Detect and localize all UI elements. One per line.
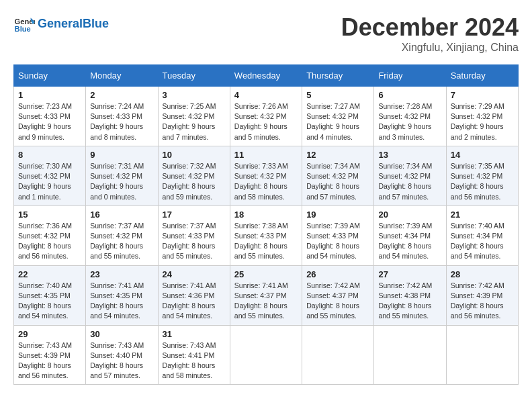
calendar-week-row: 8Sunrise: 7:30 AMSunset: 4:32 PMDaylight… bbox=[14, 146, 519, 205]
day-info: Sunrise: 7:27 AMSunset: 4:32 PMDaylight:… bbox=[306, 101, 369, 142]
calendar-cell: 13Sunrise: 7:34 AMSunset: 4:32 PMDayligh… bbox=[374, 146, 446, 205]
logo-blue: Blue bbox=[83, 17, 109, 30]
day-info: Sunrise: 7:37 AMSunset: 4:33 PMDaylight:… bbox=[163, 221, 226, 262]
day-number: 11 bbox=[234, 150, 298, 160]
weekday-header-wednesday: Wednesday bbox=[230, 65, 302, 87]
calendar-cell: 3Sunrise: 7:25 AMSunset: 4:32 PMDaylight… bbox=[158, 87, 230, 146]
day-info: Sunrise: 7:30 AMSunset: 4:32 PMDaylight:… bbox=[18, 161, 81, 202]
day-info: Sunrise: 7:33 AMSunset: 4:32 PMDaylight:… bbox=[234, 161, 298, 202]
calendar-week-row: 22Sunrise: 7:40 AMSunset: 4:35 PMDayligh… bbox=[14, 265, 519, 325]
day-number: 8 bbox=[18, 150, 81, 160]
calendar-cell: 2Sunrise: 7:24 AMSunset: 4:33 PMDaylight… bbox=[86, 87, 158, 146]
day-info: Sunrise: 7:29 AMSunset: 4:32 PMDaylight:… bbox=[451, 101, 514, 142]
day-number: 9 bbox=[90, 150, 153, 160]
calendar-cell: 28Sunrise: 7:42 AMSunset: 4:39 PMDayligh… bbox=[446, 265, 518, 325]
title-section: December 2024 Xingfulu, Xinjiang, China bbox=[341, 13, 519, 54]
calendar-cell bbox=[230, 325, 302, 385]
calendar-cell: 10Sunrise: 7:32 AMSunset: 4:32 PMDayligh… bbox=[158, 146, 230, 205]
calendar-cell: 26Sunrise: 7:42 AMSunset: 4:37 PMDayligh… bbox=[302, 265, 374, 325]
calendar-cell: 6Sunrise: 7:28 AMSunset: 4:32 PMDaylight… bbox=[374, 87, 446, 146]
calendar-cell: 18Sunrise: 7:38 AMSunset: 4:33 PMDayligh… bbox=[230, 205, 302, 265]
location: Xingfulu, Xinjiang, China bbox=[341, 42, 519, 54]
calendar-cell: 29Sunrise: 7:43 AMSunset: 4:39 PMDayligh… bbox=[14, 325, 86, 385]
day-number: 18 bbox=[234, 210, 298, 220]
calendar-cell bbox=[374, 325, 446, 385]
calendar-cell bbox=[302, 325, 374, 385]
calendar-cell: 21Sunrise: 7:40 AMSunset: 4:34 PMDayligh… bbox=[446, 205, 518, 265]
calendar-cell: 1Sunrise: 7:23 AMSunset: 4:33 PMDaylight… bbox=[14, 87, 86, 146]
day-info: Sunrise: 7:40 AMSunset: 4:34 PMDaylight:… bbox=[451, 221, 514, 262]
calendar-cell: 4Sunrise: 7:26 AMSunset: 4:32 PMDaylight… bbox=[230, 87, 302, 146]
day-number: 15 bbox=[18, 210, 81, 220]
day-info: Sunrise: 7:36 AMSunset: 4:32 PMDaylight:… bbox=[18, 221, 81, 262]
day-number: 3 bbox=[163, 90, 226, 100]
calendar-cell: 11Sunrise: 7:33 AMSunset: 4:32 PMDayligh… bbox=[230, 146, 302, 205]
day-number: 28 bbox=[451, 269, 514, 279]
day-info: Sunrise: 7:40 AMSunset: 4:35 PMDaylight:… bbox=[18, 281, 81, 322]
day-info: Sunrise: 7:43 AMSunset: 4:40 PMDaylight:… bbox=[90, 340, 153, 381]
day-number: 1 bbox=[18, 90, 81, 100]
day-info: Sunrise: 7:41 AMSunset: 4:36 PMDaylight:… bbox=[163, 281, 226, 322]
day-info: Sunrise: 7:43 AMSunset: 4:41 PMDaylight:… bbox=[163, 340, 226, 381]
day-number: 19 bbox=[306, 210, 369, 220]
weekday-header-tuesday: Tuesday bbox=[158, 65, 230, 87]
day-number: 2 bbox=[90, 90, 153, 100]
day-number: 13 bbox=[378, 150, 441, 160]
calendar-week-row: 29Sunrise: 7:43 AMSunset: 4:39 PMDayligh… bbox=[14, 325, 519, 385]
day-number: 23 bbox=[90, 269, 153, 279]
calendar-cell: 14Sunrise: 7:35 AMSunset: 4:32 PMDayligh… bbox=[446, 146, 518, 205]
logo-text: GeneralBlue bbox=[38, 17, 109, 31]
weekday-header-monday: Monday bbox=[86, 65, 158, 87]
day-number: 5 bbox=[306, 90, 369, 100]
day-info: Sunrise: 7:25 AMSunset: 4:32 PMDaylight:… bbox=[163, 101, 226, 142]
calendar-week-row: 15Sunrise: 7:36 AMSunset: 4:32 PMDayligh… bbox=[14, 205, 519, 265]
calendar-cell: 25Sunrise: 7:41 AMSunset: 4:37 PMDayligh… bbox=[230, 265, 302, 325]
day-number: 24 bbox=[163, 269, 226, 279]
day-info: Sunrise: 7:32 AMSunset: 4:32 PMDaylight:… bbox=[163, 161, 226, 202]
day-info: Sunrise: 7:42 AMSunset: 4:37 PMDaylight:… bbox=[306, 281, 369, 322]
day-info: Sunrise: 7:41 AMSunset: 4:37 PMDaylight:… bbox=[234, 281, 298, 322]
calendar-cell: 12Sunrise: 7:34 AMSunset: 4:32 PMDayligh… bbox=[302, 146, 374, 205]
calendar-cell: 20Sunrise: 7:39 AMSunset: 4:34 PMDayligh… bbox=[374, 205, 446, 265]
day-number: 25 bbox=[234, 269, 298, 279]
day-number: 31 bbox=[163, 329, 226, 339]
calendar-cell: 27Sunrise: 7:42 AMSunset: 4:38 PMDayligh… bbox=[374, 265, 446, 325]
day-number: 7 bbox=[451, 90, 514, 100]
day-info: Sunrise: 7:28 AMSunset: 4:32 PMDaylight:… bbox=[378, 101, 441, 142]
calendar-cell: 8Sunrise: 7:30 AMSunset: 4:32 PMDaylight… bbox=[14, 146, 86, 205]
calendar-cell: 7Sunrise: 7:29 AMSunset: 4:32 PMDaylight… bbox=[446, 87, 518, 146]
day-info: Sunrise: 7:42 AMSunset: 4:39 PMDaylight:… bbox=[451, 281, 514, 322]
svg-text:Blue: Blue bbox=[15, 25, 31, 33]
calendar-cell: 19Sunrise: 7:39 AMSunset: 4:33 PMDayligh… bbox=[302, 205, 374, 265]
calendar-cell: 31Sunrise: 7:43 AMSunset: 4:41 PMDayligh… bbox=[158, 325, 230, 385]
day-number: 12 bbox=[306, 150, 369, 160]
day-number: 14 bbox=[451, 150, 514, 160]
calendar-cell: 17Sunrise: 7:37 AMSunset: 4:33 PMDayligh… bbox=[158, 205, 230, 265]
day-info: Sunrise: 7:23 AMSunset: 4:33 PMDaylight:… bbox=[18, 101, 81, 142]
day-info: Sunrise: 7:31 AMSunset: 4:32 PMDaylight:… bbox=[90, 161, 153, 202]
day-info: Sunrise: 7:39 AMSunset: 4:33 PMDaylight:… bbox=[306, 221, 369, 262]
day-info: Sunrise: 7:34 AMSunset: 4:32 PMDaylight:… bbox=[306, 161, 369, 202]
calendar-cell: 30Sunrise: 7:43 AMSunset: 4:40 PMDayligh… bbox=[86, 325, 158, 385]
day-number: 29 bbox=[18, 329, 81, 339]
weekday-header-sunday: Sunday bbox=[14, 65, 86, 87]
day-info: Sunrise: 7:37 AMSunset: 4:32 PMDaylight:… bbox=[90, 221, 153, 262]
day-number: 16 bbox=[90, 210, 153, 220]
calendar-week-row: 1Sunrise: 7:23 AMSunset: 4:33 PMDaylight… bbox=[14, 87, 519, 146]
day-number: 10 bbox=[163, 150, 226, 160]
day-info: Sunrise: 7:24 AMSunset: 4:33 PMDaylight:… bbox=[90, 101, 153, 142]
calendar-table: SundayMondayTuesdayWednesdayThursdayFrid… bbox=[13, 64, 519, 385]
calendar-cell: 16Sunrise: 7:37 AMSunset: 4:32 PMDayligh… bbox=[86, 205, 158, 265]
day-info: Sunrise: 7:41 AMSunset: 4:35 PMDaylight:… bbox=[90, 281, 153, 322]
calendar-cell: 15Sunrise: 7:36 AMSunset: 4:32 PMDayligh… bbox=[14, 205, 86, 265]
day-number: 6 bbox=[378, 90, 441, 100]
day-number: 17 bbox=[163, 210, 226, 220]
day-info: Sunrise: 7:34 AMSunset: 4:32 PMDaylight:… bbox=[378, 161, 441, 202]
logo: General Blue GeneralBlue bbox=[13, 13, 109, 35]
calendar-cell: 24Sunrise: 7:41 AMSunset: 4:36 PMDayligh… bbox=[158, 265, 230, 325]
day-number: 22 bbox=[18, 269, 81, 279]
calendar-cell: 22Sunrise: 7:40 AMSunset: 4:35 PMDayligh… bbox=[14, 265, 86, 325]
weekday-header-row: SundayMondayTuesdayWednesdayThursdayFrid… bbox=[14, 65, 519, 87]
day-number: 4 bbox=[234, 90, 298, 100]
day-number: 27 bbox=[378, 269, 441, 279]
